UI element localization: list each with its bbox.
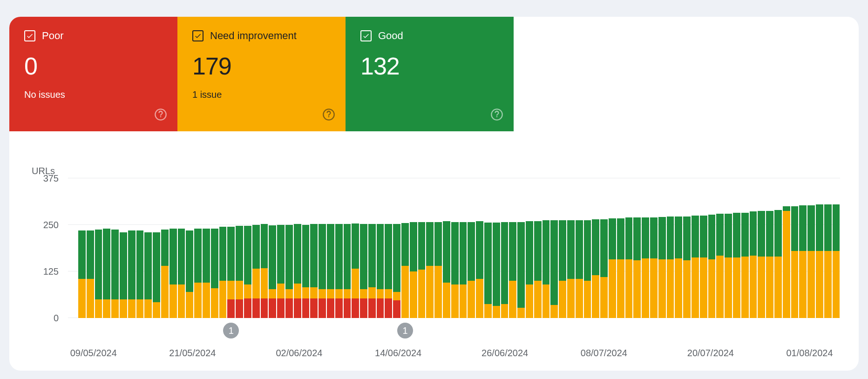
chart-bar[interactable] <box>426 178 434 318</box>
chart-bar[interactable] <box>750 178 757 318</box>
chart-bar[interactable] <box>451 178 459 318</box>
chart-bar[interactable] <box>252 178 260 318</box>
chart-bar[interactable] <box>799 178 807 318</box>
chart-bar[interactable] <box>335 178 343 318</box>
chart-bar[interactable] <box>534 178 542 318</box>
chart-bar[interactable] <box>501 178 509 318</box>
chart-bar[interactable] <box>95 178 102 318</box>
chart-bar[interactable] <box>302 178 310 318</box>
chart-bar[interactable] <box>716 178 724 318</box>
timeline-marker[interactable]: 1 <box>223 323 239 338</box>
chart-bar[interactable] <box>128 178 136 318</box>
chart-bar[interactable] <box>285 178 293 318</box>
chart-bar[interactable] <box>517 178 525 318</box>
chart-bar[interactable] <box>460 178 467 318</box>
chart-bar[interactable] <box>700 178 707 318</box>
chart-bar[interactable] <box>833 178 840 318</box>
chart-bar[interactable] <box>526 178 533 318</box>
chart-bar[interactable] <box>774 178 782 318</box>
checkbox-need[interactable] <box>192 30 203 41</box>
chart-bar[interactable] <box>766 178 773 318</box>
chart-bar[interactable] <box>352 178 359 318</box>
chart-bar[interactable] <box>368 178 376 318</box>
chart-bar[interactable] <box>294 178 301 318</box>
chart-bar[interactable] <box>758 178 765 318</box>
chart-bar[interactable] <box>211 178 218 318</box>
chart-bar[interactable] <box>87 178 94 318</box>
tile-need-improvement[interactable]: Need improvement 179 1 issue <box>177 17 346 131</box>
chart-bar[interactable] <box>542 178 550 318</box>
chart-bar[interactable] <box>824 178 832 318</box>
chart-bar[interactable] <box>410 178 417 318</box>
chart-bar[interactable] <box>550 178 558 318</box>
chart-bar[interactable] <box>153 178 160 318</box>
chart-bar[interactable] <box>816 178 823 318</box>
chart-bar[interactable] <box>567 178 575 318</box>
chart-bar[interactable] <box>468 178 475 318</box>
chart-bar[interactable] <box>708 178 716 318</box>
chart-bar[interactable] <box>319 178 326 318</box>
chart-bar[interactable] <box>269 178 276 318</box>
chart-bar[interactable] <box>484 178 492 318</box>
timeline-marker[interactable]: 1 <box>397 323 413 338</box>
chart-bar[interactable] <box>393 178 400 318</box>
checkbox-poor[interactable] <box>24 30 35 41</box>
chart-bar[interactable] <box>244 178 251 318</box>
chart-bar[interactable] <box>592 178 599 318</box>
chart-bar[interactable] <box>741 178 749 318</box>
chart-bar[interactable] <box>111 178 119 318</box>
chart-bar[interactable] <box>261 178 268 318</box>
chart-bar[interactable] <box>310 178 318 318</box>
chart-bar[interactable] <box>178 178 185 318</box>
chart-bar[interactable] <box>385 178 392 318</box>
chart-bar[interactable]: 1 <box>401 178 409 318</box>
chart-bar[interactable] <box>584 178 591 318</box>
chart-bar[interactable] <box>144 178 152 318</box>
chart-bar[interactable] <box>277 178 285 318</box>
chart-bar[interactable] <box>733 178 740 318</box>
chart-bar[interactable] <box>194 178 202 318</box>
chart-bar[interactable] <box>675 178 682 318</box>
chart-bar[interactable] <box>725 178 732 318</box>
chart-bar[interactable] <box>625 178 633 318</box>
chart-bar[interactable] <box>236 178 243 318</box>
help-icon[interactable] <box>322 108 335 121</box>
chart-bar[interactable] <box>161 178 169 318</box>
help-icon[interactable] <box>490 108 503 121</box>
chart-bar[interactable] <box>170 178 177 318</box>
chart-bar[interactable] <box>377 178 384 318</box>
checkbox-good[interactable] <box>360 30 372 41</box>
chart-bar[interactable] <box>103 178 110 318</box>
chart-bar[interactable] <box>344 178 351 318</box>
chart-bar[interactable] <box>418 178 426 318</box>
chart-bar[interactable] <box>658 178 666 318</box>
tile-poor[interactable]: Poor 0 No issues <box>9 17 177 131</box>
chart-bar[interactable] <box>783 178 790 318</box>
tile-good[interactable]: Good 132 <box>346 17 514 131</box>
chart-bar[interactable] <box>633 178 641 318</box>
chart-bar[interactable] <box>559 178 566 318</box>
chart-bar[interactable] <box>120 178 127 318</box>
chart-bar[interactable] <box>136 178 144 318</box>
chart-bar[interactable] <box>617 178 624 318</box>
chart-bar[interactable] <box>186 178 193 318</box>
chart-bar[interactable] <box>327 178 334 318</box>
chart-bar[interactable] <box>203 178 210 318</box>
chart-bar[interactable] <box>791 178 799 318</box>
chart-bar[interactable]: 1 <box>227 178 235 318</box>
chart-bar[interactable] <box>443 178 450 318</box>
chart-bar[interactable] <box>692 178 699 318</box>
chart-bar[interactable] <box>493 178 500 318</box>
chart-bar[interactable] <box>600 178 608 318</box>
chart-bar[interactable] <box>509 178 516 318</box>
chart-bar[interactable] <box>576 178 583 318</box>
help-icon[interactable] <box>154 108 167 121</box>
chart-bar[interactable] <box>667 178 674 318</box>
chart-bar[interactable] <box>609 178 616 318</box>
chart-bar[interactable] <box>434 178 442 318</box>
chart-bar[interactable] <box>360 178 367 318</box>
chart-bar[interactable] <box>219 178 227 318</box>
chart-bar[interactable] <box>683 178 691 318</box>
chart-bar[interactable] <box>650 178 658 318</box>
chart-bar[interactable] <box>642 178 649 318</box>
